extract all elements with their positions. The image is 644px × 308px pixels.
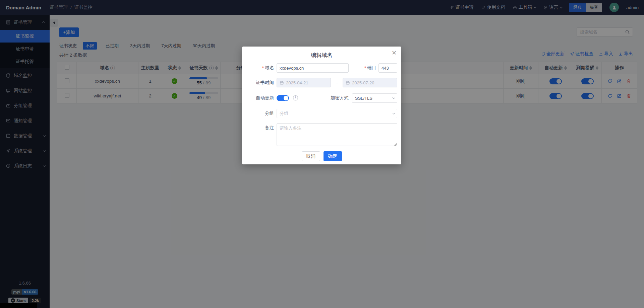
remark-textarea[interactable] [277, 123, 397, 146]
modal-title: 编辑域名 [242, 52, 401, 59]
group-select[interactable]: 分组 [277, 109, 397, 118]
modal-auto-update-toggle[interactable] [277, 95, 289, 101]
edit-domain-modal: 编辑域名 ✕ 域名 端口 证书时间 2025-04-21 - 2025-07-2… [242, 47, 401, 164]
group-placeholder: 分组 [280, 110, 288, 117]
cert-start-date-input[interactable]: 2025-04-21 [277, 78, 331, 87]
domain-input[interactable] [277, 63, 349, 73]
chevron-down-icon [392, 111, 395, 114]
cert-end-date-value: 2025-07-20 [352, 80, 374, 85]
cert-time-label: 证书时间 [242, 78, 274, 87]
chevron-down-icon [392, 96, 395, 99]
cert-end-date-input[interactable]: 2025-07-20 [343, 78, 397, 87]
modal-buttons: 取消 确定 [242, 151, 401, 161]
port-input[interactable] [378, 63, 397, 73]
date-range-separator: - [333, 78, 341, 87]
domain-field-label: 域名 [242, 63, 274, 73]
group-field-label: 分组 [242, 109, 274, 118]
textarea-resize-handle[interactable] [394, 143, 397, 146]
auto-update-label: 自动更新 [242, 93, 274, 103]
calendar-icon [280, 81, 284, 85]
close-icon[interactable]: ✕ [392, 50, 397, 56]
info-icon[interactable]: ! [293, 95, 298, 100]
encryption-label: 加密方式 [315, 93, 349, 103]
calendar-icon [346, 81, 350, 85]
encryption-select[interactable]: SSL/TLS [352, 93, 397, 103]
cert-start-date-value: 2025-04-21 [286, 80, 308, 85]
remark-field-label: 备注 [242, 123, 274, 133]
confirm-button[interactable]: 确定 [324, 151, 342, 161]
port-field-label: 端口 [343, 63, 376, 73]
cancel-button[interactable]: 取消 [302, 151, 320, 161]
encryption-value: SSL/TLS [355, 96, 372, 101]
